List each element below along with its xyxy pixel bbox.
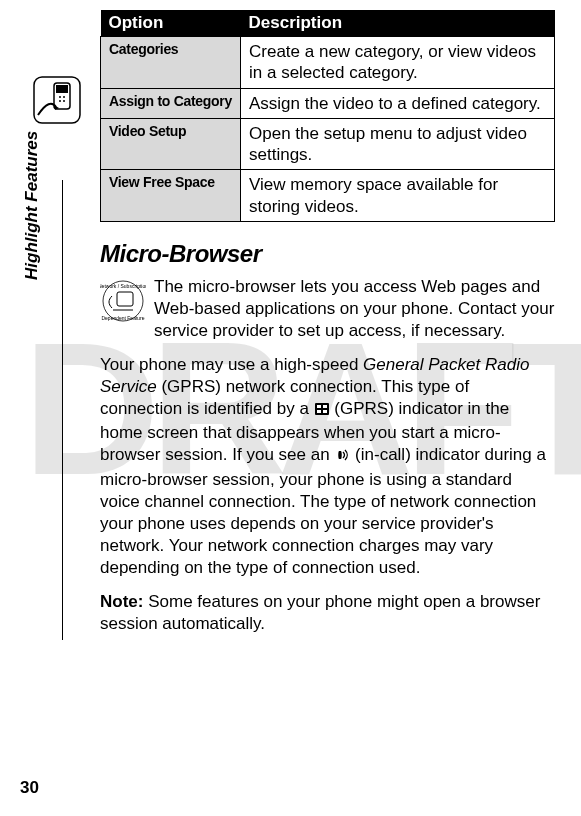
svg-text:Dependent Feature: Dependent Feature (101, 315, 144, 321)
svg-point-3 (59, 96, 61, 98)
phone-handwrite-icon (32, 75, 82, 130)
opt-assign: Assign to Category (101, 88, 241, 118)
note-paragraph: Note: Some features on your phone might … (100, 591, 555, 635)
table-row: Categories Create a new category, or vie… (101, 37, 555, 89)
body-in-call-label: (in-call) (355, 445, 411, 464)
body-after-in-call: indicator during a micro-browser session… (100, 445, 546, 576)
body-gprs-label: (GPRS) (334, 399, 394, 418)
side-label: Highlight Features (22, 131, 42, 280)
svg-point-6 (63, 100, 65, 102)
opt-view-free: View Free Space (101, 170, 241, 222)
svg-point-4 (63, 96, 65, 98)
note-label: Note: (100, 592, 143, 611)
svg-rect-12 (315, 403, 329, 415)
table-row: Assign to Category Assign the video to a… (101, 88, 555, 118)
intro-block: Network / Subscription Dependent Feature… (100, 276, 555, 342)
opt-categories: Categories (101, 37, 241, 89)
svg-rect-2 (56, 85, 68, 93)
svg-point-5 (59, 100, 61, 102)
desc-view-free: View memory space available for storing … (241, 170, 555, 222)
table-row: View Free Space View memory space availa… (101, 170, 555, 222)
desc-categories: Create a new category, or view videos in… (241, 37, 555, 89)
svg-rect-16 (323, 410, 327, 413)
body-paragraph: Your phone may use a high-speed General … (100, 354, 555, 579)
desc-assign: Assign the video to a defined category. (241, 88, 555, 118)
th-description: Description (241, 10, 555, 37)
opt-video-setup: Video Setup (101, 118, 241, 170)
section-title: Micro-Browser (100, 240, 555, 268)
body-pre-gprs: Your phone may use a high-speed (100, 355, 363, 374)
svg-rect-14 (323, 405, 327, 408)
side-divider (62, 180, 63, 640)
svg-text:Network / Subscription: Network / Subscription (100, 283, 146, 289)
page-number: 30 (20, 778, 39, 798)
main-content: Option Description Categories Create a n… (100, 10, 555, 635)
in-call-indicator-icon (334, 446, 350, 468)
desc-video-setup: Open the setup menu to adjust video sett… (241, 118, 555, 170)
network-subscription-icon: Network / Subscription Dependent Feature (100, 276, 146, 342)
th-option: Option (101, 10, 241, 37)
svg-rect-13 (317, 405, 321, 408)
intro-text: The micro-browser lets you access Web pa… (154, 276, 555, 342)
options-table: Option Description Categories Create a n… (100, 10, 555, 222)
table-row: Video Setup Open the setup menu to adjus… (101, 118, 555, 170)
svg-rect-15 (317, 410, 321, 413)
gprs-indicator-icon (314, 400, 330, 422)
note-text: Some features on your phone might open a… (100, 592, 540, 633)
svg-rect-11 (117, 292, 133, 306)
